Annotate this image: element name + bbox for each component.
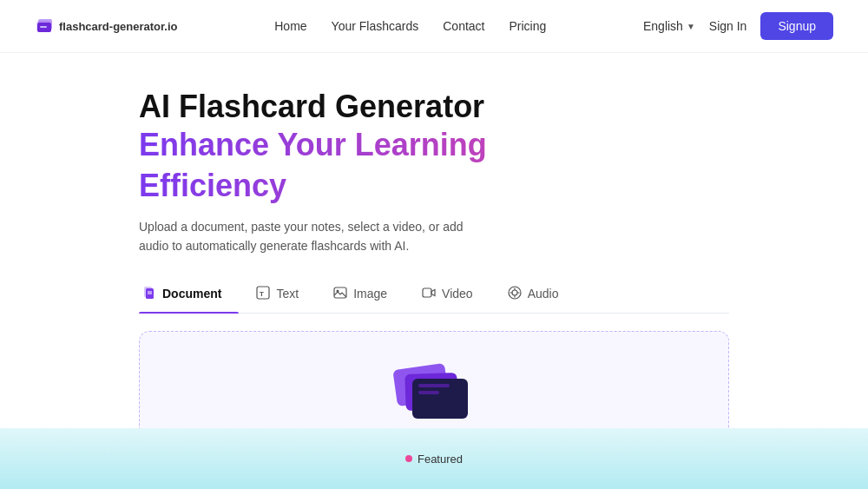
- nav-contact[interactable]: Contact: [443, 19, 484, 33]
- content-tabs: Document T Text Image Video: [139, 277, 729, 314]
- nav-pricing[interactable]: Pricing: [510, 19, 547, 33]
- nav-home[interactable]: Home: [274, 19, 306, 33]
- tab-audio-label: Audio: [528, 287, 559, 301]
- svg-rect-3: [40, 26, 47, 28]
- document-icon: [142, 286, 156, 302]
- svg-rect-12: [423, 288, 431, 297]
- audio-icon: [508, 286, 522, 302]
- headline-static: AI Flashcard Generator: [139, 88, 729, 125]
- main-content: AI Flashcard Generator Enhance Your Lear…: [0, 53, 868, 489]
- main-nav: Home Your Flashcards Contact Pricing: [274, 19, 546, 33]
- upload-illustration: [395, 367, 473, 427]
- language-selector[interactable]: English ▼: [643, 19, 695, 33]
- video-icon: [422, 286, 436, 302]
- headline-gradient: Enhance Your Learning Efficiency: [139, 125, 729, 207]
- sign-in-button[interactable]: Sign In: [709, 19, 747, 33]
- svg-point-14: [512, 290, 517, 295]
- image-icon: [333, 286, 347, 302]
- featured-dot-icon: [405, 455, 412, 462]
- signup-button[interactable]: Signup: [760, 12, 833, 40]
- tab-image-label: Image: [353, 287, 387, 301]
- header-actions: English ▼ Sign In Signup: [643, 12, 833, 40]
- card-line-1: [418, 384, 450, 387]
- tab-document-label: Document: [162, 287, 221, 301]
- svg-rect-10: [334, 287, 346, 298]
- language-label: English: [643, 19, 683, 33]
- featured-label: Featured: [418, 453, 463, 466]
- logo-text: flashcard-generator.io: [59, 20, 178, 33]
- nav-flashcards[interactable]: Your Flashcards: [332, 19, 419, 33]
- card-line-2: [418, 391, 439, 394]
- site-header: flashcard-generator.io Home Your Flashca…: [0, 0, 868, 53]
- text-icon: T: [256, 286, 270, 302]
- tab-image[interactable]: Image: [330, 277, 404, 313]
- tab-document[interactable]: Document: [139, 277, 239, 313]
- tab-text-label: Text: [276, 287, 299, 301]
- logo-icon: [35, 17, 54, 36]
- tab-text[interactable]: T Text: [253, 277, 316, 313]
- tab-video[interactable]: Video: [418, 277, 490, 313]
- featured-section: Featured: [0, 428, 868, 489]
- hero-subtitle: Upload a document, paste your notes, sel…: [139, 217, 469, 256]
- tab-audio[interactable]: Audio: [504, 277, 576, 313]
- logo[interactable]: flashcard-generator.io: [35, 17, 178, 36]
- svg-text:T: T: [260, 290, 264, 298]
- tab-video-label: Video: [442, 287, 473, 301]
- chevron-down-icon: ▼: [687, 22, 695, 31]
